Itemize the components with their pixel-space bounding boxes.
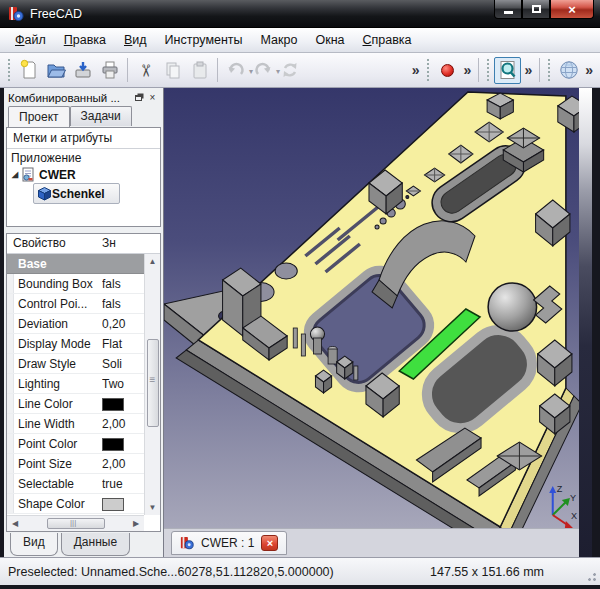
toolbar-overflow[interactable]: »	[409, 62, 423, 78]
window-frame-right	[592, 88, 600, 557]
scrollbar-thumb[interactable]	[147, 339, 159, 427]
document-tab[interactable]: CWER : 1 ×	[171, 531, 287, 555]
scrollbar-thumb[interactable]	[47, 518, 105, 529]
part-cube-icon	[37, 186, 52, 201]
dimension-readout: 147.55 x 151.66 mm	[430, 565, 544, 579]
scroll-up-icon[interactable]: ▲	[149, 254, 157, 269]
property-row[interactable]: Line Color	[7, 394, 144, 414]
menu-windows[interactable]: Окна	[306, 30, 353, 50]
scroll-right-icon[interactable]: ▶	[128, 519, 144, 528]
paste-button[interactable]	[186, 57, 213, 84]
resize-grip[interactable]	[585, 570, 597, 582]
web-globe-icon	[558, 59, 580, 81]
menu-view[interactable]: Вид	[115, 30, 156, 50]
menu-help[interactable]: Справка	[354, 30, 421, 50]
scroll-down-icon[interactable]: ▼	[149, 500, 157, 515]
window-frame-glow	[579, 88, 592, 557]
status-bar: Preselected: Unnamed.Sche...60278,51.112…	[0, 557, 600, 585]
copy-button[interactable]	[159, 57, 186, 84]
dock-title: Комбинированный ...	[8, 92, 133, 104]
toolbar-overflow[interactable]: »	[582, 62, 596, 78]
property-row[interactable]: Point Size2,00	[7, 454, 144, 474]
tree-item-part-selected[interactable]: Schenkel	[33, 183, 120, 204]
undo-button[interactable]: ▾	[222, 57, 249, 84]
tab-tasks[interactable]: Задачи	[70, 106, 132, 126]
print-icon	[99, 59, 121, 81]
scroll-left-icon[interactable]: ◀	[7, 519, 23, 528]
window-frame-bottom	[0, 585, 600, 589]
preselection-status: Preselected: Unnamed.Sche...60278,51.112…	[8, 565, 430, 579]
open-folder-icon	[45, 59, 67, 81]
toolbar: ✂ ▾ ▾	[0, 53, 600, 88]
redo-button[interactable]: ▾	[249, 57, 276, 84]
property-row[interactable]: Display ModeFlat	[7, 334, 144, 354]
cut-icon: ✂	[135, 63, 156, 77]
toolbar-overflow[interactable]: »	[461, 62, 475, 78]
dock-close-button[interactable]: ×	[146, 92, 159, 104]
property-row[interactable]: Shape Color	[7, 494, 144, 514]
column-value: Зн	[102, 234, 132, 253]
property-row[interactable]: Control Poi...fals	[7, 294, 144, 314]
color-swatch[interactable]	[102, 398, 124, 411]
horizontal-scrollbar[interactable]: ◀ ▶	[7, 515, 144, 531]
property-row[interactable]: Draw StyleSoli	[7, 354, 144, 374]
open-folder-button[interactable]	[42, 57, 69, 84]
color-swatch[interactable]	[102, 438, 124, 451]
menu-edit[interactable]: Правка	[55, 30, 115, 50]
menu-tools[interactable]: Инструменты	[156, 30, 252, 50]
property-columns: Свойство Зн	[7, 234, 160, 254]
dock-tabs: Проект Задачи	[6, 106, 161, 126]
new-document-icon	[18, 59, 40, 81]
property-group-base[interactable]: Base	[7, 254, 144, 274]
property-row[interactable]: Selectabletrue	[7, 474, 144, 494]
expand-arrow-icon[interactable]: ◢	[9, 170, 21, 179]
toolbar-grip[interactable]	[7, 58, 12, 82]
refresh-button[interactable]	[276, 57, 303, 84]
property-row[interactable]: Bounding Boxfals	[7, 274, 144, 294]
whats-this-button[interactable]	[494, 57, 521, 84]
property-row[interactable]: Deviation0,20	[7, 314, 144, 334]
toolbar-grip[interactable]	[426, 58, 431, 82]
tab-project[interactable]: Проект	[8, 106, 70, 127]
tab-data[interactable]: Данные	[61, 533, 130, 556]
tree-item-document[interactable]: ◢ CWER	[7, 166, 160, 183]
undo-icon	[225, 59, 247, 81]
cut-button[interactable]: ✂	[132, 57, 159, 84]
dock-float-button[interactable]	[133, 92, 146, 104]
toolbar-grip[interactable]	[547, 58, 552, 82]
freecad-logo-icon	[180, 536, 194, 550]
property-row[interactable]: LightingTwo	[7, 374, 144, 394]
minimize-button[interactable]	[494, 0, 522, 19]
property-row[interactable]: Line Width2,00	[7, 414, 144, 434]
web-button[interactable]	[555, 57, 582, 84]
property-row[interactable]: Point Color	[7, 434, 144, 454]
paste-icon	[189, 59, 211, 81]
whats-this-icon	[497, 59, 519, 81]
vertical-scrollbar[interactable]: ▲ ▼	[144, 254, 160, 515]
print-button[interactable]	[96, 57, 123, 84]
refresh-icon	[279, 59, 301, 81]
record-macro-button[interactable]	[434, 57, 461, 84]
editor-mode-tabs: Вид Данные	[6, 532, 161, 556]
copy-icon	[162, 59, 184, 81]
color-swatch[interactable]	[102, 498, 124, 511]
title-bar: FreeCAD ×	[0, 0, 600, 28]
close-button[interactable]: ×	[550, 0, 594, 19]
tree-header: Метки и атрибуты	[7, 128, 160, 149]
tab-close-button[interactable]: ×	[261, 535, 278, 551]
freecad-window: FreeCAD × Файл Правка Вид Инструменты Ма…	[0, 0, 600, 589]
record-macro-icon	[441, 64, 454, 77]
save-button[interactable]	[69, 57, 96, 84]
3d-viewport[interactable]: Z Y X	[164, 88, 579, 528]
menu-file[interactable]: Файл	[6, 30, 55, 50]
toolbar-overflow[interactable]: »	[521, 62, 535, 78]
toolbar-grip[interactable]	[486, 58, 491, 82]
new-document-button[interactable]	[15, 57, 42, 84]
document-tab-label: CWER : 1	[201, 536, 254, 550]
menu-bar: Файл Правка Вид Инструменты Макро Окна С…	[0, 28, 600, 53]
menu-macro[interactable]: Макро	[252, 30, 307, 50]
maximize-button[interactable]	[522, 0, 550, 19]
freecad-logo-icon	[8, 6, 24, 22]
tab-view[interactable]: Вид	[10, 533, 58, 556]
property-editor: Свойство Зн Base Bounding Boxfals Contro…	[6, 233, 161, 532]
